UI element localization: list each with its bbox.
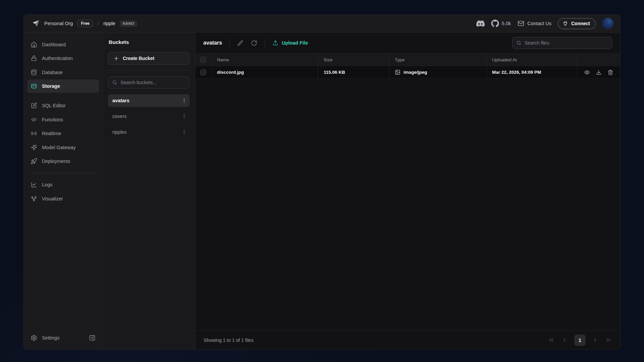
code-icon [31, 116, 37, 123]
search-buckets-input[interactable] [120, 80, 185, 85]
bucket-menu-icon[interactable] [181, 129, 187, 135]
upload-file-button[interactable]: Upload File [272, 40, 308, 46]
row-checkbox[interactable] [200, 69, 206, 75]
bucket-menu-icon[interactable] [181, 114, 187, 119]
rocket-icon [31, 158, 37, 165]
sidebar-item-database[interactable]: Database [27, 66, 99, 79]
file-uploaded-at: Mar 22, 2026, 04:09 PM [486, 66, 577, 78]
sidebar-item-dashboard[interactable]: Dashboard [27, 38, 99, 51]
square-pen-icon [31, 102, 37, 109]
home-icon [31, 41, 37, 48]
plug-icon [562, 21, 568, 26]
column-header-size[interactable]: Size [318, 54, 389, 66]
column-header-uploaded-at[interactable]: Uploaded At [486, 54, 577, 66]
github-icon [491, 19, 499, 27]
connect-label: Connect [571, 21, 590, 26]
github-star-count: 5.0k [502, 21, 511, 26]
bucket-name: covers [112, 114, 127, 119]
file-type: image/jpeg [404, 70, 427, 75]
user-avatar[interactable] [602, 18, 613, 29]
bucket-list: avatars covers ripples [108, 94, 190, 138]
lock-icon [31, 55, 37, 62]
upload-icon [272, 40, 278, 46]
sidebar-item-label: Storage [42, 83, 60, 89]
file-type-cell: image/jpeg [389, 66, 486, 78]
nav-group-core: Dashboard Authentication Database Storag… [27, 37, 99, 94]
sidebar-item-deployments[interactable]: Deployments [27, 155, 99, 168]
column-header-name[interactable]: Name [211, 54, 318, 66]
file-name[interactable]: disccord.jpg [211, 66, 318, 78]
refresh-icon[interactable] [251, 40, 257, 46]
org-name[interactable]: Personal Org [44, 21, 73, 26]
project-tier-badge: NANO [120, 20, 137, 27]
graph-icon [31, 195, 37, 202]
radio-icon [31, 130, 37, 137]
settings-label[interactable]: Settings [42, 335, 59, 341]
database-icon [31, 69, 37, 76]
files-search [512, 37, 612, 49]
next-page-icon[interactable] [592, 337, 599, 344]
sidebar-item-label: Logs [42, 182, 52, 187]
project-name[interactable]: ripple [103, 21, 115, 26]
last-page-icon[interactable] [605, 337, 612, 344]
file-size: 115.06 KB [318, 66, 389, 78]
sidebar-item-storage[interactable]: Storage [27, 79, 99, 93]
search-icon [516, 40, 522, 46]
files-table-header: Name Size Type Uploaded At [195, 54, 620, 66]
bucket-search [108, 76, 190, 88]
current-page-button[interactable]: 1 [574, 335, 586, 346]
toolbar-separator [265, 39, 265, 47]
files-footer: Showing 1 to 1 of 1 files 1 [195, 330, 620, 349]
sidebar-item-logs[interactable]: Logs [27, 178, 99, 191]
sidebar-item-label: Dashboard [42, 42, 66, 47]
collapse-sidebar-icon[interactable] [89, 335, 96, 341]
bucket-item-covers[interactable]: covers [108, 110, 190, 123]
create-bucket-button[interactable]: Create Bucket [108, 52, 190, 65]
bucket-item-ripples[interactable]: ripples [108, 126, 190, 138]
bucket-name: ripples [112, 129, 127, 135]
sidebar: Dashboard Authentication Database Storag… [24, 33, 103, 349]
sidebar-item-visualizer[interactable]: Visualizer [27, 192, 99, 205]
discord-icon[interactable] [476, 19, 485, 28]
search-files-input[interactable] [525, 40, 608, 46]
download-icon[interactable] [596, 69, 602, 75]
sidebar-item-label: Authentication [42, 56, 73, 61]
pagination: 1 [548, 335, 612, 346]
table-row[interactable]: disccord.jpg 115.06 KB image/jpeg Mar 22… [195, 66, 620, 79]
preview-eye-icon[interactable] [584, 69, 590, 75]
sidebar-item-label: Deployments [42, 159, 70, 164]
buckets-divider [108, 70, 190, 71]
chart-icon [31, 181, 37, 188]
nav-group-observability: Logs Visualizer [27, 178, 99, 206]
sidebar-item-model-gateway[interactable]: Model Gateway [27, 141, 99, 154]
bucket-menu-icon[interactable] [181, 98, 187, 103]
first-page-icon[interactable] [548, 337, 555, 344]
select-all-checkbox[interactable] [200, 57, 206, 63]
app-logo-icon[interactable] [31, 19, 40, 28]
files-count-summary: Showing 1 to 1 of 1 files [204, 338, 254, 343]
bucket-item-avatars[interactable]: avatars [108, 94, 190, 107]
github-stars-button[interactable]: 5.0k [491, 19, 511, 27]
sidebar-item-realtime[interactable]: Realtime [27, 127, 99, 140]
sidebar-item-functions[interactable]: Functions [27, 113, 99, 126]
column-header-type[interactable]: Type [389, 54, 486, 66]
bucket-title: avatars [203, 40, 222, 46]
buckets-panel: Buckets Create Bucket avatars covers [103, 33, 195, 349]
sidebar-item-label: Realtime [42, 131, 61, 136]
storage-icon [31, 83, 37, 89]
image-icon [395, 69, 400, 75]
sidebar-item-label: Model Gateway [42, 145, 76, 150]
sidebar-item-authentication[interactable]: Authentication [27, 52, 99, 65]
topbar: Personal Org Free / ripple NANO 5.0k Con… [24, 15, 620, 33]
connect-button[interactable]: Connect [558, 18, 596, 29]
edit-bucket-icon[interactable] [237, 40, 244, 46]
sidebar-item-sql-editor[interactable]: SQL Editor [27, 99, 99, 112]
breadcrumb: Personal Org Free / ripple NANO [31, 19, 137, 28]
contact-us-button[interactable]: Contact Us [517, 20, 551, 27]
search-icon [112, 80, 117, 85]
sparkles-icon [31, 144, 37, 151]
previous-page-icon[interactable] [561, 337, 568, 344]
sidebar-item-label: Visualizer [42, 196, 63, 201]
mail-icon [517, 20, 525, 27]
delete-trash-icon[interactable] [607, 69, 613, 75]
